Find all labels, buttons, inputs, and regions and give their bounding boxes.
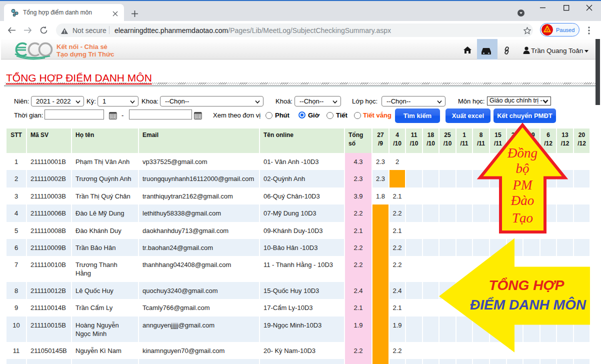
svg-text:Đồng: Đồng	[507, 146, 538, 160]
svg-text:bộ: bộ	[516, 161, 530, 176]
svg-text:TỔNG HỢP: TỔNG HỢP	[488, 278, 564, 293]
svg-text:Tạo: Tạo	[512, 210, 533, 226]
svg-text:Đào: Đào	[510, 193, 534, 208]
svg-text:ĐIỂM DANH MÔN: ĐIỂM DANH MÔN	[470, 296, 586, 312]
svg-text:PM: PM	[512, 178, 533, 192]
